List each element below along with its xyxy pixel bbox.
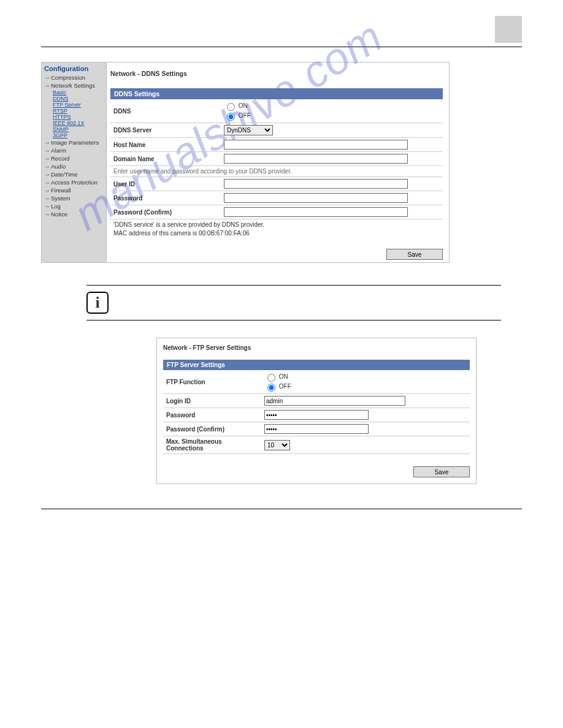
subnav-https[interactable]: HTTPS [53, 114, 104, 120]
table-row: DDNS ON OFF [110, 99, 443, 123]
sidebar-item-label: Image Parameters [51, 139, 99, 146]
ftp-password-confirm-input[interactable] [264, 424, 369, 434]
info-icon: i [86, 292, 109, 314]
subnav-snmp[interactable]: SNMP [53, 126, 104, 132]
arrow-icon: → [44, 155, 49, 162]
subnav-ieee8021x[interactable]: IEEE 802.1X [53, 120, 104, 126]
domain-name-label: Domain Name [110, 152, 221, 166]
radio-on-wrap[interactable]: ON [224, 102, 248, 109]
ftp-password-confirm-label: Password (Confirm) [163, 422, 261, 436]
radio-off-wrap[interactable]: OFF [264, 383, 291, 390]
radio-off-wrap[interactable]: OFF [224, 112, 251, 119]
ddns-server-select[interactable]: DynDNS [224, 125, 273, 135]
subnav-ddns[interactable]: DDNS [53, 96, 104, 102]
sidebar-item-label: Compression [51, 74, 85, 81]
arrow-icon: → [44, 203, 49, 210]
ddns-form-table: DDNS ON OFF DDNS Server [110, 99, 443, 219]
ddns-label: DDNS [110, 99, 221, 123]
ftp-on-radio[interactable] [267, 374, 275, 382]
table-row: FTP Function ON OFF [163, 370, 470, 394]
sidebar-item-firewall[interactable]: → Firewall [44, 186, 104, 194]
login-id-label: Login ID [163, 394, 261, 408]
user-id-input[interactable] [224, 179, 408, 189]
arrow-icon: → [44, 187, 49, 194]
sidebar-item-image-parameters[interactable]: → Image Parameters [44, 138, 104, 146]
sidebar-item-label: Network Settings [51, 82, 95, 89]
table-row: Host Name [110, 138, 443, 152]
arrow-icon: → [44, 74, 49, 81]
help-line-2: MAC address of this camera is 00:0B:67:0… [110, 228, 443, 237]
ftp-form-table: FTP Function ON OFF Login ID Passwo [163, 370, 470, 454]
sidebar-item-label: Firewall [51, 187, 71, 194]
table-row: Password [110, 191, 443, 205]
sidebar-item-label: Log [51, 203, 61, 210]
radio-label-on: ON [279, 373, 288, 380]
arrow-icon: → [44, 179, 49, 186]
sidebar-item-alarm[interactable]: → Alarm [44, 146, 104, 154]
subnav-rtsp[interactable]: RTSP [53, 108, 104, 114]
table-row: Enter user name and password according t… [110, 166, 443, 177]
sidebar-item-record[interactable]: → Record [44, 154, 104, 162]
panel-header: FTP Server Settings [163, 360, 470, 370]
ddns-off-radio[interactable] [227, 113, 235, 121]
table-row: Password (Confirm) [163, 422, 470, 436]
ddns-on-radio[interactable] [227, 103, 235, 111]
radio-label-off: OFF [239, 112, 251, 119]
sidebar-item-label: Notice [51, 211, 67, 218]
arrow-icon: → [44, 147, 49, 154]
login-id-input[interactable] [264, 396, 405, 406]
user-id-label: User ID [110, 177, 221, 191]
arrow-icon: → [44, 163, 49, 170]
arrow-icon: → [44, 82, 49, 89]
sidebar-item-access-protection[interactable]: → Access Protection [44, 178, 104, 186]
page-title: Network - FTP Server Settings [163, 344, 470, 351]
save-button[interactable]: Save [386, 249, 443, 260]
max-connections-select[interactable]: 10 [264, 440, 290, 450]
subnav-3gpp[interactable]: 3GPP [53, 132, 104, 138]
radio-on-wrap[interactable]: ON [264, 373, 288, 380]
ddns-server-label: DDNS Server [110, 123, 221, 138]
password-confirm-input[interactable] [224, 207, 408, 217]
sidebar-item-audio[interactable]: → Audio [44, 162, 104, 170]
sidebar-item-compression[interactable]: → Compression [44, 74, 104, 82]
table-row: Password (Confirm) [110, 205, 443, 219]
sidebar: Configuration → Compression → Network Se… [42, 63, 107, 262]
table-row: Domain Name [110, 152, 443, 166]
host-name-input[interactable] [224, 140, 408, 150]
sidebar-item-notice[interactable]: → Notice [44, 210, 104, 218]
info-box: i [86, 285, 501, 320]
sidebar-item-system[interactable]: → System [44, 194, 104, 202]
panel-header: DDNS Settings [110, 88, 443, 99]
max-connections-label: Max. Simultaneous Connections [163, 436, 261, 454]
password-input[interactable] [224, 193, 408, 203]
sidebar-item-label: Record [51, 155, 70, 162]
subnav-basic[interactable]: Basic [53, 89, 104, 96]
subnav-ftp-server[interactable]: FTP Server [53, 102, 104, 108]
host-name-label: Host Name [110, 138, 221, 152]
sidebar-item-datetime[interactable]: → Date/Time [44, 170, 104, 178]
page-title: Network - DDNS Settings [110, 70, 443, 77]
password-label: Password [110, 191, 221, 205]
arrow-icon: → [44, 195, 49, 202]
domain-name-input[interactable] [224, 154, 408, 164]
radio-label-on: ON [239, 102, 248, 109]
sidebar-item-network-settings[interactable]: → Network Settings [44, 82, 104, 89]
arrow-icon: → [44, 211, 49, 218]
ddns-content: Network - DDNS Settings DDNS Settings DD… [107, 63, 449, 262]
ddns-screenshot: Configuration → Compression → Network Se… [41, 62, 450, 263]
ftp-password-input[interactable] [264, 410, 369, 420]
table-row: Max. Simultaneous Connections 10 [163, 436, 470, 454]
bottom-divider [41, 509, 522, 509]
save-button[interactable]: Save [413, 466, 470, 477]
sidebar-title: Configuration [44, 65, 104, 72]
sidebar-item-label: Date/Time [51, 171, 77, 178]
table-row: User ID [110, 177, 443, 191]
sidebar-item-label: Audio [51, 163, 66, 170]
sidebar-item-label: Access Protection [51, 179, 98, 186]
sidebar-item-log[interactable]: → Log [44, 202, 104, 210]
table-row: Password [163, 408, 470, 422]
ftp-off-radio[interactable] [267, 384, 275, 392]
arrow-icon: → [44, 171, 49, 178]
sidebar-item-label: System [51, 195, 71, 202]
page-number-box [495, 16, 522, 43]
